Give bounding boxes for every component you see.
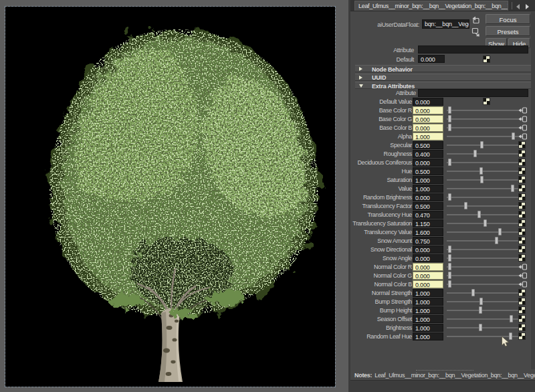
input-connection-icon[interactable] bbox=[518, 124, 527, 131]
notes-textarea[interactable] bbox=[350, 380, 535, 392]
attr-value-field[interactable]: 0.000 bbox=[413, 263, 443, 271]
tab-node[interactable]: Leaf_Ulmus__minor_bqn:__bqn__Vegetation_… bbox=[354, 1, 508, 11]
attr-value-field[interactable]: 0.400 bbox=[413, 150, 443, 158]
attr-value-field[interactable]: 0.470 bbox=[413, 211, 443, 219]
slider-handle[interactable] bbox=[511, 185, 514, 192]
slider-handle[interactable] bbox=[477, 211, 481, 218]
map-button[interactable] bbox=[484, 98, 490, 104]
map-button[interactable] bbox=[519, 255, 525, 261]
attr-slider[interactable] bbox=[447, 227, 518, 236]
attr-value-field[interactable]: 0.000 bbox=[413, 124, 443, 132]
slider-handle[interactable] bbox=[479, 324, 482, 331]
slider-handle[interactable] bbox=[480, 141, 484, 149]
attr-slider[interactable] bbox=[447, 262, 518, 271]
map-button[interactable] bbox=[519, 220, 525, 226]
attr-slider[interactable] bbox=[447, 236, 518, 245]
attr-value-field[interactable]: 0.000 bbox=[413, 280, 443, 288]
attr-slider[interactable] bbox=[447, 175, 518, 184]
copy-tab-icon[interactable] bbox=[471, 27, 481, 37]
attr-value-field[interactable]: 0.750 bbox=[413, 237, 443, 245]
attr-value-field[interactable]: 1.000 bbox=[413, 332, 443, 340]
map-button[interactable] bbox=[519, 246, 525, 252]
attr-value-field[interactable]: 0.000 bbox=[413, 193, 443, 201]
attr-slider[interactable] bbox=[447, 306, 518, 314]
tab-scroll-left-icon[interactable] bbox=[516, 4, 520, 9]
attr-value-field[interactable]: 1.000 bbox=[413, 176, 443, 184]
slider-handle[interactable] bbox=[484, 219, 487, 227]
attr-value-field[interactable]: 1.000 bbox=[413, 132, 443, 140]
slider-handle[interactable] bbox=[479, 298, 483, 305]
slider-handle[interactable] bbox=[473, 150, 477, 157]
map-button[interactable] bbox=[519, 177, 525, 183]
slider-handle[interactable] bbox=[479, 306, 482, 314]
slider-handle[interactable] bbox=[480, 176, 484, 183]
slider-handle[interactable] bbox=[448, 115, 451, 122]
slider-handle[interactable] bbox=[448, 193, 451, 201]
attr-slider[interactable] bbox=[447, 271, 518, 280]
attr-value-field[interactable]: 1.000 bbox=[413, 306, 443, 314]
slider-handle[interactable] bbox=[448, 280, 451, 288]
scrollbar-gutter[interactable] bbox=[531, 12, 535, 369]
attr-slider[interactable] bbox=[447, 193, 518, 201]
attr-slider[interactable] bbox=[447, 280, 518, 288]
slider-handle[interactable] bbox=[471, 289, 475, 296]
attr-slider[interactable] bbox=[447, 288, 518, 297]
map-button[interactable] bbox=[519, 159, 525, 165]
section-node-behavior[interactable]: Node Behavior bbox=[355, 65, 533, 72]
attr-slider[interactable] bbox=[447, 219, 518, 227]
attr-slider[interactable] bbox=[447, 184, 518, 193]
attr-slider[interactable] bbox=[447, 149, 518, 158]
attr-value-field[interactable]: 1.000 bbox=[413, 298, 443, 306]
presets-button[interactable]: Presets bbox=[486, 26, 530, 36]
attr-value-field[interactable]: 1.600 bbox=[413, 228, 443, 236]
map-button[interactable] bbox=[519, 142, 525, 148]
attr-value-field[interactable] bbox=[418, 89, 528, 97]
attr-value-field[interactable]: 0.500 bbox=[413, 167, 443, 175]
slider-handle[interactable] bbox=[448, 106, 451, 114]
map-button[interactable] bbox=[519, 324, 525, 330]
map-button[interactable] bbox=[519, 151, 525, 157]
map-button[interactable] bbox=[484, 56, 490, 62]
map-button[interactable] bbox=[519, 290, 525, 296]
attr-slider[interactable] bbox=[447, 323, 518, 332]
attr-value-field[interactable]: 0.000 bbox=[413, 98, 443, 106]
attr-slider[interactable] bbox=[447, 132, 518, 140]
slider-handle[interactable] bbox=[495, 237, 498, 244]
node-name-field[interactable]: bqn:__bqn__Vegetation_bqn bbox=[422, 19, 469, 29]
slider-handle[interactable] bbox=[479, 167, 483, 175]
input-connection-icon[interactable] bbox=[518, 133, 527, 140]
slider-handle[interactable] bbox=[498, 228, 502, 235]
map-button[interactable] bbox=[519, 316, 525, 322]
map-button[interactable] bbox=[519, 168, 525, 174]
attr-value-field[interactable]: 1.150 bbox=[413, 219, 443, 227]
input-connection-icon[interactable] bbox=[518, 264, 527, 270]
map-button[interactable] bbox=[519, 203, 525, 209]
attr-slider[interactable] bbox=[447, 314, 518, 323]
focus-button[interactable]: Focus bbox=[486, 14, 530, 24]
slider-handle[interactable] bbox=[448, 159, 451, 166]
attr-slider[interactable] bbox=[447, 254, 518, 262]
attr-slider[interactable] bbox=[447, 210, 518, 219]
map-button[interactable] bbox=[519, 211, 525, 217]
attr-value-field[interactable]: 1.000 bbox=[413, 185, 443, 193]
map-button[interactable] bbox=[519, 333, 525, 339]
map-button[interactable] bbox=[519, 237, 525, 243]
slider-handle[interactable] bbox=[510, 315, 513, 322]
attr-value-field[interactable]: 0.000 bbox=[413, 246, 443, 254]
attr-value-field[interactable]: 0.500 bbox=[413, 202, 443, 210]
slider-handle[interactable] bbox=[464, 202, 467, 209]
attr-slider[interactable] bbox=[447, 106, 518, 114]
attr-value-field[interactable]: 0.000 bbox=[413, 159, 443, 167]
attr-value-field[interactable]: 0.500 bbox=[413, 141, 443, 149]
input-connection-icon[interactable] bbox=[518, 281, 527, 288]
map-button[interactable] bbox=[519, 307, 525, 313]
swap-input-icon[interactable] bbox=[471, 16, 481, 25]
input-connection-icon[interactable] bbox=[518, 116, 527, 122]
attr-value-field[interactable]: 0.000 bbox=[413, 106, 443, 114]
input-connection-icon[interactable] bbox=[518, 272, 527, 279]
attr-slider[interactable] bbox=[447, 201, 518, 210]
slider-handle[interactable] bbox=[448, 272, 451, 279]
attr-value-field[interactable]: 1.000 bbox=[413, 315, 443, 323]
slider-handle[interactable] bbox=[448, 246, 451, 253]
attr-slider[interactable] bbox=[447, 114, 518, 123]
